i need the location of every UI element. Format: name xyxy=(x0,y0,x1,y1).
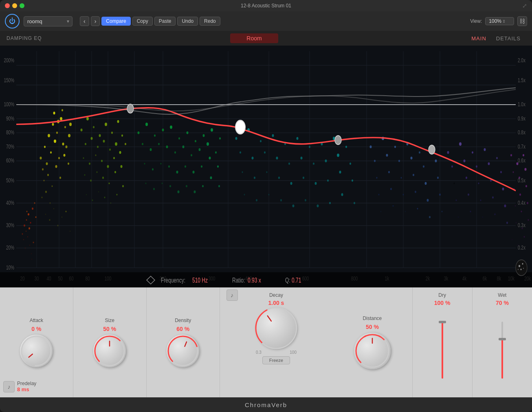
svg-point-145 xyxy=(201,165,202,168)
preset-dropdown[interactable]: roomq xyxy=(24,16,73,26)
svg-point-62 xyxy=(55,165,57,168)
svg-point-44 xyxy=(26,210,28,212)
wet-slider-track[interactable] xyxy=(501,322,503,379)
svg-point-98 xyxy=(101,160,103,162)
size-knob-wrapper[interactable] xyxy=(93,335,126,367)
view-value-display[interactable]: 100% ⇕ xyxy=(485,17,514,25)
details-button[interactable]: DETAILS xyxy=(491,34,525,43)
distance-knob-wrapper[interactable] xyxy=(354,333,391,369)
decay-section: ♪ Decay 1.00 s 0.3 100 Freeze xyxy=(220,287,333,397)
predelay-note-button[interactable]: ♪ xyxy=(3,381,15,392)
dry-slider-track[interactable] xyxy=(442,322,443,379)
attack-knob-wrapper[interactable] xyxy=(20,335,53,367)
svg-point-88 xyxy=(85,143,86,145)
decay-scale-low: 0.3 xyxy=(256,350,262,355)
density-knob[interactable] xyxy=(167,335,199,367)
svg-point-249 xyxy=(470,210,471,212)
svg-point-202 xyxy=(419,151,420,154)
svg-point-66 xyxy=(42,197,43,198)
svg-point-133 xyxy=(182,145,185,148)
maximize-button[interactable] xyxy=(20,3,24,8)
svg-point-140 xyxy=(160,163,162,164)
svg-point-142 xyxy=(176,171,178,173)
svg-point-86 xyxy=(111,131,113,134)
freeze-button[interactable]: Freeze xyxy=(262,356,290,364)
svg-point-89 xyxy=(91,137,93,140)
svg-point-273 xyxy=(335,136,341,145)
svg-point-53 xyxy=(50,151,52,154)
eq-display[interactable]: 200% 150% 100% 90% 80% 70% 60% 50% 40% 3… xyxy=(0,46,532,287)
svg-point-110 xyxy=(86,194,87,195)
main-button[interactable]: MAIN xyxy=(466,34,491,43)
svg-text:30%: 30% xyxy=(6,222,14,229)
footer: ChromaVerb xyxy=(0,397,532,412)
compare-button[interactable]: Compare xyxy=(101,17,130,26)
section-header: DAMPING EQ Room MAIN DETAILS xyxy=(0,31,532,46)
density-label: Density xyxy=(175,318,191,323)
svg-point-260 xyxy=(519,193,521,196)
svg-point-56 xyxy=(62,142,64,145)
wet-value: 70 % xyxy=(496,300,509,306)
undo-button[interactable]: Undo xyxy=(177,17,198,26)
svg-point-141 xyxy=(168,165,170,168)
svg-point-206 xyxy=(398,160,400,162)
svg-text:0.3x: 0.3x xyxy=(518,222,525,229)
svg-point-128 xyxy=(142,143,143,145)
attack-section: Attack 0 % ♪ Predelay 8 ms xyxy=(0,287,73,397)
svg-point-327 xyxy=(516,260,527,276)
size-knob[interactable] xyxy=(93,335,126,367)
svg-point-85 xyxy=(105,123,107,126)
decay-note-button[interactable]: ♪ xyxy=(226,289,238,301)
svg-point-218 xyxy=(403,194,404,195)
svg-point-137 xyxy=(215,151,217,154)
svg-point-331 xyxy=(523,268,524,269)
paste-button[interactable]: Paste xyxy=(154,17,176,26)
svg-point-232 xyxy=(496,157,498,160)
svg-point-78 xyxy=(62,217,62,218)
link-button[interactable]: ⛓ xyxy=(517,16,527,26)
note-icon: ♪ xyxy=(8,384,11,390)
svg-point-116 xyxy=(122,185,124,188)
svg-point-329 xyxy=(522,263,523,265)
plugin-header: ⏻ roomq ▼ ‹ › Compare Copy Paste Undo Re… xyxy=(0,11,532,31)
copy-button[interactable]: Copy xyxy=(132,17,153,26)
next-button[interactable]: › xyxy=(91,16,100,26)
svg-point-215 xyxy=(437,177,439,179)
svg-point-109 xyxy=(121,165,123,168)
minimize-button[interactable] xyxy=(12,3,17,8)
svg-point-97 xyxy=(95,154,97,156)
svg-point-58 xyxy=(68,134,70,137)
density-knob-wrapper[interactable] xyxy=(167,335,199,367)
predelay-container: ♪ Predelay 8 ms xyxy=(3,381,36,392)
svg-point-55 xyxy=(58,157,60,160)
svg-point-226 xyxy=(429,216,431,219)
wet-slider-thumb[interactable] xyxy=(499,338,506,340)
close-button[interactable] xyxy=(5,3,10,8)
svg-point-234 xyxy=(464,160,466,162)
svg-point-268 xyxy=(512,239,512,240)
distance-knob[interactable] xyxy=(354,333,391,369)
svg-point-81 xyxy=(81,129,83,131)
power-button[interactable]: ⏻ xyxy=(5,14,20,28)
svg-text:0.93 x: 0.93 x xyxy=(248,276,261,284)
svg-point-208 xyxy=(423,165,424,168)
svg-point-271 xyxy=(127,104,134,113)
svg-point-224 xyxy=(405,211,406,212)
svg-point-182 xyxy=(290,182,292,185)
prev-button[interactable]: ‹ xyxy=(80,16,89,26)
svg-point-48 xyxy=(52,123,54,126)
decay-knob-wrapper[interactable] xyxy=(256,308,297,348)
svg-point-177 xyxy=(350,162,351,165)
redo-button[interactable]: Redo xyxy=(200,17,220,26)
svg-point-265 xyxy=(516,222,517,224)
svg-point-79 xyxy=(66,210,67,212)
svg-line-343 xyxy=(268,316,271,321)
room-button[interactable]: Room xyxy=(230,33,278,43)
svg-point-253 xyxy=(510,154,512,157)
svg-point-261 xyxy=(525,185,527,188)
svg-point-247 xyxy=(504,204,506,207)
dry-slider-thumb[interactable] xyxy=(439,321,446,323)
svg-point-69 xyxy=(53,112,55,114)
wet-label: Wet xyxy=(498,292,506,298)
attack-knob[interactable] xyxy=(20,335,53,367)
